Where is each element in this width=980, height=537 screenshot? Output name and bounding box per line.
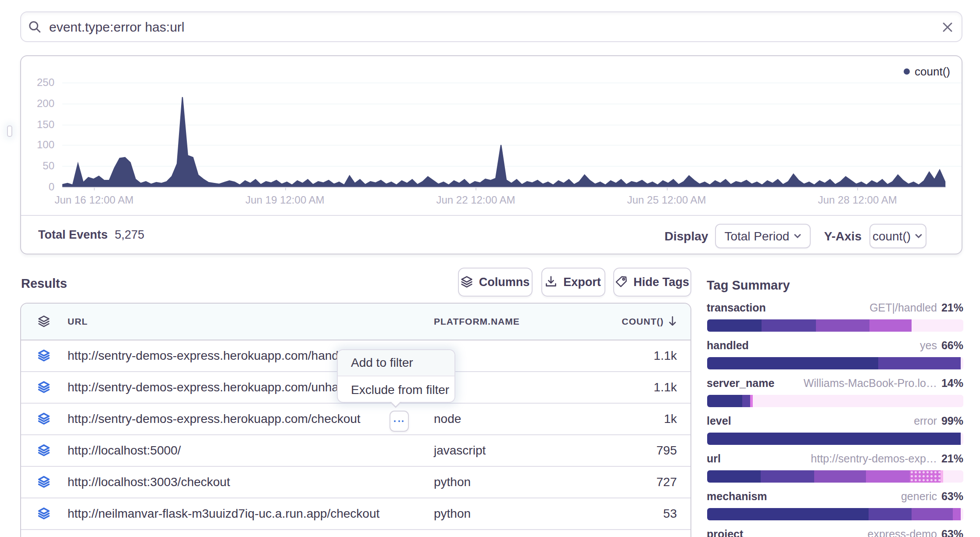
tag-icon: [615, 276, 627, 288]
row-actions-button[interactable]: [390, 411, 408, 431]
tag-bar-segment: [815, 470, 866, 482]
tag-top-pct: 99%: [941, 415, 963, 427]
event-area-chart[interactable]: [62, 82, 962, 188]
tag-top-pct: 63%: [941, 490, 963, 503]
search-bar[interactable]: event.type:error has:url: [20, 11, 962, 42]
row-url: http://neilmanvar-flask-m3uuizd7iq-uc.a.…: [68, 498, 379, 529]
yaxis-dropdown[interactable]: count(): [869, 223, 926, 248]
tag-bar-segment: [911, 319, 963, 331]
tag-bar-segment: [869, 319, 911, 331]
y-axis-label: 50: [21, 159, 54, 173]
row-url: http://localhost:3003/checkout: [68, 466, 230, 497]
tag-top-pct: 14%: [941, 377, 963, 390]
tag-bar[interactable]: [707, 508, 963, 520]
stack-icon: [38, 349, 50, 362]
menu-item-exclude-from-filter[interactable]: Exclude from filter: [338, 376, 454, 402]
column-header-platform[interactable]: PLATFORM.NAME: [434, 303, 520, 339]
x-axis-tick: [94, 187, 95, 190]
chart-legend[interactable]: count(): [903, 65, 950, 78]
tag-bar-segment: [866, 470, 909, 482]
tag-top-pct: 66%: [941, 340, 963, 352]
results-table: URL PLATFORM.NAME COUNT() http://sentry-…: [20, 302, 691, 537]
display-dropdown-value: Total Period: [724, 229, 789, 243]
tag-bar-segment: [753, 394, 963, 407]
columns-button[interactable]: Columns: [458, 267, 533, 296]
dot-icon: [394, 420, 396, 422]
row-count: 1.1k: [654, 372, 677, 402]
tag-key: server_name: [707, 377, 774, 390]
legend-dot-icon: [903, 68, 909, 75]
tag-bar-segment: [815, 319, 869, 331]
column-header-count[interactable]: COUNT(): [622, 303, 677, 339]
search-input[interactable]: event.type:error has:url: [49, 19, 185, 34]
y-axis-label: 150: [21, 117, 54, 131]
tag-bar-segment: [953, 508, 961, 520]
row-platform: python: [434, 498, 471, 529]
stack-icon: [38, 476, 50, 488]
x-axis-tick: [285, 187, 286, 190]
columns-button-label: Columns: [479, 275, 530, 288]
tag-entry-mechanism: mechanismgeneric63%: [707, 488, 963, 520]
table-row[interactable]: http://neilmanvar-flask-m3uuizd7iq-uc.a.…: [21, 498, 690, 530]
total-events-label: Total Events: [38, 228, 108, 241]
tag-entry-url: urlhttp://sentry-demos-exp…21%: [707, 450, 963, 482]
column-header-url[interactable]: URL: [68, 303, 88, 339]
yaxis-dropdown-value: count(): [873, 229, 911, 243]
search-icon: [28, 20, 41, 33]
tag-bar-segment: [707, 508, 869, 520]
tag-top-pct: 21%: [941, 302, 963, 314]
tag-bar-segment: [707, 319, 762, 331]
display-dropdown[interactable]: Total Period: [715, 223, 811, 248]
tag-top-value: generic: [901, 490, 937, 503]
y-axis-label: 100: [21, 138, 54, 152]
table-header: URL PLATFORM.NAME COUNT(): [21, 303, 690, 340]
hide-tags-button[interactable]: Hide Tags: [613, 267, 691, 296]
x-axis-tick: [858, 187, 858, 190]
tag-bar[interactable]: [707, 319, 963, 331]
menu-caret: [390, 401, 402, 408]
row-count: 53: [663, 498, 677, 529]
chart-panel: 250200150100500 Jun 16 12:00 AMJun 19 12…: [20, 55, 962, 254]
tag-bar[interactable]: [707, 394, 963, 407]
tag-entry-level: levelerror99%: [707, 412, 963, 444]
tag-bar-segment: [912, 508, 953, 520]
x-axis-label: Jun 25 12:00 AM: [610, 194, 724, 207]
export-button[interactable]: Export: [541, 267, 605, 296]
tag-bar-segment: [879, 357, 961, 369]
results-title: Results: [21, 276, 67, 290]
tag-bar-segment: [943, 470, 963, 482]
export-button-label: Export: [563, 275, 601, 288]
tag-key: level: [707, 415, 731, 427]
display-label: Display: [665, 229, 708, 243]
sidebar-collapse-handle[interactable]: [7, 125, 12, 137]
total-events-value: 5,275: [115, 228, 145, 241]
tag-bar[interactable]: [707, 470, 963, 482]
table-row[interactable]: http://localhost:3003/checkoutpython727: [21, 466, 690, 498]
table-row[interactable]: http://sentry-demos-express.herokuapp.co…: [21, 403, 690, 435]
row-platform: python: [434, 466, 471, 497]
stack-icon: [461, 276, 473, 288]
menu-item-add-to-filter[interactable]: Add to filter: [338, 350, 454, 376]
tag-top-pct: 21%: [941, 453, 963, 465]
row-url: http://sentry-demos-express.herokuapp.co…: [68, 403, 361, 434]
stack-icon: [38, 412, 50, 425]
tag-entry-server_name: server_nameWilliams-MacBook-Pro.lo…14%: [707, 375, 963, 407]
tag-bar-segment: [761, 470, 815, 482]
tag-entry-transaction: transactionGET|/handled21%: [707, 299, 963, 331]
tag-key: url: [707, 453, 721, 465]
dot-icon: [402, 420, 404, 422]
tag-bar[interactable]: [707, 357, 963, 369]
tag-key: mechanism: [707, 490, 767, 503]
clear-search-icon[interactable]: [941, 20, 955, 34]
tag-bar-segment: [909, 470, 940, 482]
row-url: http://sentry-demos-express.herokuapp.co…: [68, 340, 355, 371]
tag-bar[interactable]: [707, 432, 963, 444]
tag-bar-segment: [707, 470, 761, 482]
chevron-down-icon: [914, 231, 923, 240]
table-row[interactable]: http://localhost:5000/javascript795: [21, 435, 690, 466]
edit-columns-icon[interactable]: [38, 315, 50, 327]
x-axis-label: Jun 28 12:00 AM: [801, 194, 915, 207]
row-count: 1k: [664, 403, 677, 434]
chevron-down-icon: [793, 231, 801, 240]
sort-desc-icon: [667, 316, 677, 326]
